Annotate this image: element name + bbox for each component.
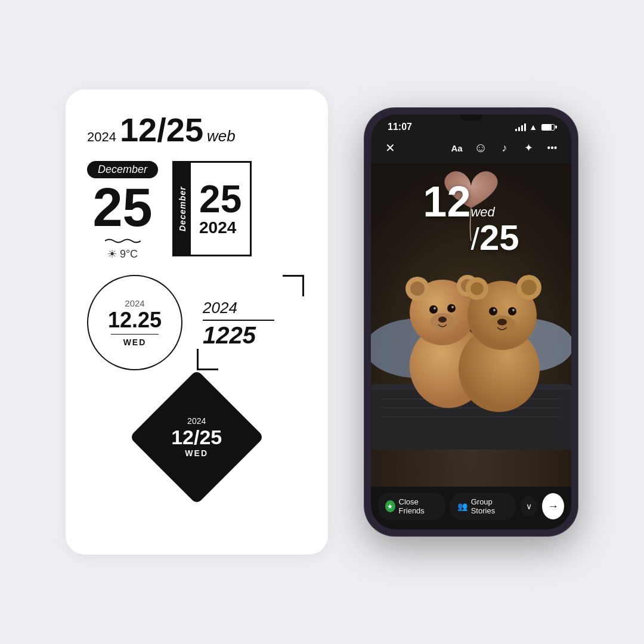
signal-bars-icon xyxy=(515,123,526,131)
diamond-year: 2024 xyxy=(187,416,206,426)
bracket-corner-bottom-left xyxy=(197,349,218,370)
story-date-overlay: 12 wed / 25 xyxy=(423,180,519,257)
story-bottom-bar: ★ Close Friends 👥 Group Stories ∨ → xyxy=(371,487,571,530)
widget-row-1: December 25 ☀ 9°C December 25 2024 xyxy=(87,161,306,261)
widget-dec-25: December 25 ☀ 9°C xyxy=(87,161,158,261)
wifi-icon: ▲ xyxy=(529,122,537,132)
circle-day: WED xyxy=(123,338,147,347)
top-date-main: 12/25 xyxy=(120,113,203,147)
dec-vertical-numbers: 25 2024 xyxy=(191,163,250,255)
temp-row: ☀ 9°C xyxy=(107,247,138,261)
svg-point-28 xyxy=(493,309,496,311)
bracket-date: 1225 xyxy=(203,323,256,347)
dec-vert-day: 25 xyxy=(199,180,242,218)
svg-point-20 xyxy=(438,317,447,323)
month-pill: December xyxy=(87,161,158,178)
temp-value: 9°C xyxy=(120,248,138,261)
svg-point-26 xyxy=(521,280,537,295)
circle-divider xyxy=(111,334,159,335)
svg-point-32 xyxy=(497,319,507,326)
group-icon: 👥 xyxy=(457,501,467,511)
more-tool-button[interactable]: ••• xyxy=(543,138,562,157)
widget-dec-vertical: December 25 2024 xyxy=(172,161,252,256)
status-bar: 11:07 ▲ xyxy=(371,114,571,135)
star-icon: ★ xyxy=(385,500,395,512)
widget-bracket: 2024 1225 xyxy=(197,275,304,370)
toolbar-tools: Aa ☺ ♪ ✦ ••• xyxy=(447,138,562,157)
chevron-down-button[interactable]: ∨ xyxy=(521,496,537,516)
svg-point-15 xyxy=(429,305,438,314)
phone-screen: 11:07 ▲ ✕ Aa xyxy=(371,114,571,530)
widget-panel: 2024 12/25 web December 25 ☀ 9°C Decembe… xyxy=(66,89,328,555)
svg-point-24 xyxy=(470,282,484,295)
send-button[interactable]: → xyxy=(542,493,564,519)
close-friends-label: Close Friends xyxy=(399,497,438,515)
status-icons: ▲ xyxy=(515,122,555,132)
svg-point-12 xyxy=(410,281,425,296)
battery-icon xyxy=(541,124,555,131)
bracket-divider xyxy=(203,320,274,321)
diamond-day: WED xyxy=(185,448,209,458)
day-25: 25 xyxy=(92,181,152,234)
sparkle-tool-button[interactable]: ✦ xyxy=(519,138,538,157)
phone-mockup: 11:07 ▲ ✕ Aa xyxy=(364,107,578,537)
close-friends-button[interactable]: ★ Close Friends xyxy=(378,493,445,520)
diamond-inner: 2024 12/25 WED xyxy=(171,416,222,458)
svg-point-29 xyxy=(508,307,516,315)
overlay-right: wed / 25 xyxy=(470,205,519,257)
top-date-suffix: web xyxy=(207,127,236,145)
sun-icon: ☀ xyxy=(107,247,117,261)
circle-year: 2024 xyxy=(125,298,144,308)
overlay-slash: / xyxy=(470,221,479,257)
story-content: 12 wed / 25 xyxy=(371,163,571,487)
diamond-date: 12/25 xyxy=(171,427,222,447)
dec-vert-year: 2024 xyxy=(199,218,236,237)
svg-point-18 xyxy=(451,306,454,308)
overlay-25-row: / 25 xyxy=(470,220,519,257)
circle-date: 12.25 xyxy=(108,309,162,331)
overlay-25: 25 xyxy=(479,220,519,256)
story-toolbar: ✕ Aa ☺ ♪ ✦ ••• xyxy=(371,135,571,163)
dec-vertical-label: December xyxy=(174,163,191,255)
top-date-widget: 2024 12/25 web xyxy=(87,113,236,147)
group-stories-label: Group Stories xyxy=(471,497,509,515)
status-time: 11:07 xyxy=(388,122,412,132)
widget-row-2: 2024 12.25 WED 2024 1225 xyxy=(87,275,306,370)
svg-point-16 xyxy=(434,307,436,309)
overlay-12: 12 xyxy=(423,180,470,223)
widget-diamond-wrap: 2024 12/25 WED xyxy=(87,389,306,485)
svg-point-30 xyxy=(512,309,515,311)
bracket-corner-top-right xyxy=(283,275,304,296)
close-button[interactable]: ✕ xyxy=(380,138,400,157)
group-stories-button[interactable]: 👥 Group Stories xyxy=(450,493,516,520)
widget-circle: 2024 12.25 WED xyxy=(87,275,182,370)
top-date-year: 2024 xyxy=(87,129,116,145)
emoji-tool-button[interactable]: ☺ xyxy=(471,138,490,157)
text-tool-button[interactable]: Aa xyxy=(447,138,466,157)
main-container: 2024 12/25 web December 25 ☀ 9°C Decembe… xyxy=(0,0,644,644)
svg-point-17 xyxy=(447,304,456,312)
music-tool-button[interactable]: ♪ xyxy=(495,138,514,157)
svg-point-27 xyxy=(489,307,497,315)
diamond-shape: 2024 12/25 WED xyxy=(129,370,264,504)
bracket-year: 2024 xyxy=(203,299,237,317)
wavy-line-icon xyxy=(105,238,141,244)
